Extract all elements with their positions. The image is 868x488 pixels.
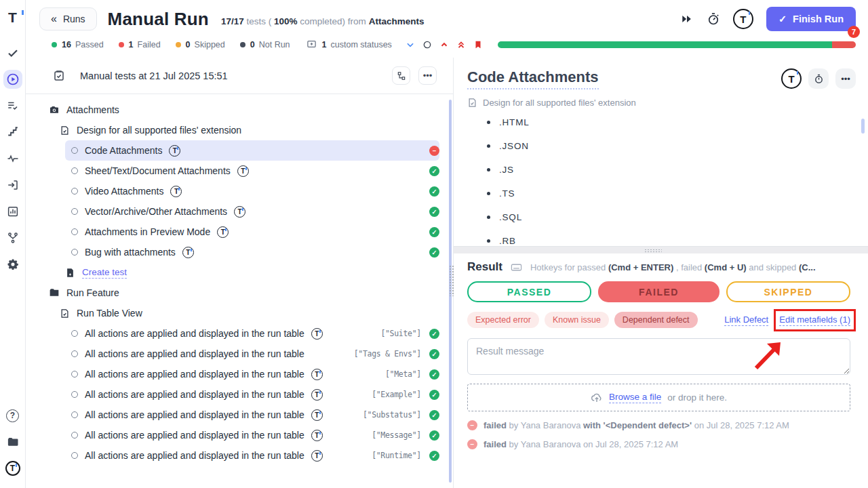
bookmark-icon[interactable] — [473, 40, 483, 49]
failed-count: 1 — [129, 40, 134, 49]
content-area: Manual tests at 21 Jul 2025 15:51 ••• At… — [26, 58, 868, 488]
double-chevron-up-icon[interactable] — [456, 40, 466, 49]
sidebar-item-help[interactable]: ? — [3, 406, 22, 425]
sidebar-item-results[interactable] — [3, 43, 22, 62]
feature-row-design[interactable]: Design for all supported files' extensio… — [26, 120, 453, 140]
hotkeys-hint: Hotkeys for passed (Cmd + ENTER) , faile… — [530, 262, 816, 272]
file-dropzone[interactable]: Browse a file or drop it here. — [467, 384, 850, 411]
tag-expected-error[interactable]: Expected error — [467, 312, 539, 328]
tree-view-toggle-button[interactable] — [392, 66, 410, 85]
sidebar-item-analytics[interactable] — [3, 202, 22, 221]
suite-row-run-feature[interactable]: Run Feature — [26, 283, 453, 303]
sidebar-item-activity[interactable] — [3, 149, 22, 168]
testomat-badge-icon: T — [169, 145, 180, 157]
test-row-run-table-runtime[interactable]: All actions are applied and displayed in… — [65, 445, 439, 466]
feature-row-run-table-view[interactable]: Run Table View — [26, 303, 453, 323]
status-passed-icon: ✓ — [429, 186, 439, 197]
test-row-run-table-substatus[interactable]: All actions are applied and displayed in… — [65, 405, 439, 425]
timer-button[interactable] — [707, 12, 720, 26]
test-row-sheet-attachments[interactable]: Sheet/Text/Document Attachments T ✓ — [65, 161, 439, 181]
result-links: Link Defect Edit metafields (1) — [724, 314, 850, 326]
tag-dependent-defect[interactable]: Dependent defect — [614, 312, 698, 328]
test-row-run-table-tags-envs[interactable]: All actions are applied and displayed in… — [65, 344, 439, 364]
chevron-down-icon[interactable] — [406, 40, 415, 49]
detail-scrollbar[interactable] — [861, 119, 865, 134]
test-row-video-attachments[interactable]: Video Attachments T ✓ — [65, 181, 439, 201]
hotkey-skipped: (C... — [799, 262, 816, 272]
import-icon — [7, 179, 19, 191]
test-title: All actions are applied and displayed in… — [85, 328, 304, 339]
sidebar-item-steps[interactable] — [3, 123, 22, 142]
test-title: Code Attachments — [85, 145, 162, 156]
testomat-badge-icon: T — [311, 450, 323, 462]
test-tag: ["Example"] — [372, 390, 421, 399]
notification-badge[interactable]: 7 — [848, 26, 860, 38]
check-icon: ✓ — [778, 14, 787, 24]
suite-row-attachments[interactable]: Attachments — [26, 100, 453, 120]
finish-run-button[interactable]: ✓ Finish Run 7 — [766, 7, 856, 31]
testomat-badge-icon: T — [311, 328, 323, 340]
test-detail-title[interactable]: Code Attachments — [467, 68, 599, 89]
extension-item: .TS — [467, 188, 854, 199]
bar-chart-icon — [7, 205, 19, 218]
status-passed-icon: ✓ — [429, 410, 439, 420]
test-title: All actions are applied and displayed in… — [85, 409, 304, 420]
link-defect-link[interactable]: Link Defect — [724, 314, 768, 326]
history-status: failed — [484, 439, 507, 449]
detail-more-button[interactable]: ••• — [835, 68, 856, 89]
description-scroll-area[interactable]: .HTML .JSON .JS .TS .SQL .RB .PY — [454, 108, 868, 246]
test-row-run-table-example[interactable]: All actions are applied and displayed in… — [65, 384, 439, 405]
browse-file-link[interactable]: Browse a file — [609, 392, 661, 403]
panel-resize-handle[interactable] — [449, 265, 454, 296]
test-row-run-table-meta[interactable]: All actions are applied and displayed in… — [65, 364, 439, 384]
source-suite-name: Attachments — [369, 16, 425, 26]
passed-dot-icon — [52, 42, 57, 47]
progress-passed-segment — [498, 41, 832, 48]
percent-complete: 100% — [274, 16, 298, 26]
org-logo-icon[interactable]: T — [733, 9, 753, 29]
status-passed-icon: ✓ — [429, 451, 439, 461]
back-to-runs-button[interactable]: « Runs — [39, 7, 97, 30]
test-tag: ["Tags & Envs"] — [354, 349, 421, 359]
test-row-bug-attachments[interactable]: Bug with attachments T ✓ — [65, 242, 439, 262]
sidebar-item-branches[interactable] — [3, 228, 22, 247]
circle-status-icon[interactable] — [422, 40, 432, 49]
create-test-row[interactable]: Create test — [26, 262, 453, 283]
status-filter-cluster — [406, 40, 483, 49]
test-row-vector-attachments[interactable]: Vector/Archive/Other Attachments T ✓ — [65, 201, 439, 222]
sidebar-item-import[interactable] — [3, 176, 22, 195]
notrun-count: 0 — [250, 40, 255, 49]
test-row-code-attachments[interactable]: Code Attachments T − — [65, 140, 439, 161]
test-row-preview-mode[interactable]: Attachments in Preview Mode T ✓ — [65, 222, 439, 242]
chevron-up-icon[interactable] — [439, 40, 449, 49]
check-icon — [7, 47, 19, 59]
test-timer-button[interactable] — [808, 68, 829, 89]
sidebar-item-test-plans[interactable] — [3, 96, 22, 115]
tree-more-button[interactable]: ••• — [418, 66, 437, 85]
history-with: with '<Dependent defect>' — [583, 420, 692, 430]
app-logo[interactable]: T — [3, 8, 22, 27]
fast-forward-button[interactable] — [680, 12, 694, 26]
list-check-icon — [7, 100, 19, 112]
testomat-badge-icon[interactable]: T — [781, 68, 802, 89]
skipped-button[interactable]: SKIPPED — [726, 281, 850, 302]
sidebar-item-account[interactable]: T — [3, 459, 22, 478]
test-row-run-table-suite[interactable]: All actions are applied and displayed in… — [65, 323, 439, 344]
edit-metafields-link[interactable]: Edit metafields (1) — [779, 314, 850, 326]
testomat-badge-icon: T — [182, 247, 194, 258]
test-circle-icon — [71, 249, 78, 256]
finish-run-label: Finish Run — [793, 14, 844, 24]
sidebar-item-settings[interactable] — [3, 255, 22, 274]
create-test-link[interactable]: Create test — [82, 267, 127, 279]
sidebar-item-projects[interactable] — [3, 432, 22, 451]
passed-button[interactable]: PASSED — [467, 281, 591, 302]
failed-button[interactable]: FAILED — [598, 281, 719, 302]
page-title: Manual Run — [108, 9, 209, 30]
skipped-label: Skipped — [195, 40, 225, 49]
result-message-input[interactable] — [467, 338, 850, 375]
divider-drag-handle[interactable] — [644, 249, 662, 253]
test-row-run-table-message[interactable]: All actions are applied and displayed in… — [65, 425, 439, 445]
tag-known-issue[interactable]: Known issue — [545, 312, 609, 328]
sidebar-item-runs[interactable] — [3, 70, 22, 89]
test-circle-icon — [71, 452, 78, 459]
